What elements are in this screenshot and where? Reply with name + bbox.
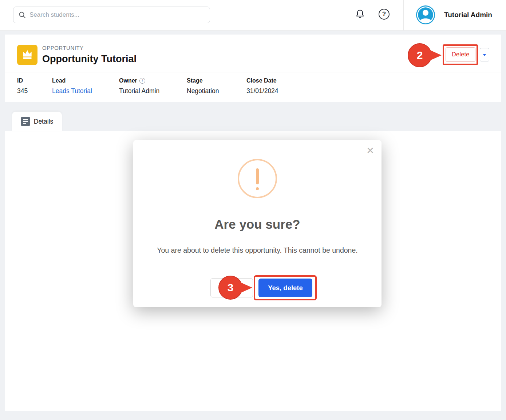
actions-dropdown-button[interactable]	[480, 48, 489, 61]
search-icon	[19, 11, 26, 19]
header-divider	[5, 72, 501, 72]
search-input[interactable]	[29, 11, 205, 19]
search-box[interactable]	[13, 7, 210, 23]
confirm-delete-button[interactable]: Yes, delete	[258, 279, 312, 297]
user-avatar[interactable]	[416, 5, 435, 24]
confirm-delete-modal: ✕ Are you sure? You are about to delete …	[133, 140, 382, 307]
field-close-date: Close Date 31/01/2024	[246, 77, 278, 95]
field-id-value: 345	[17, 87, 28, 95]
tab-details-label: Details	[34, 118, 54, 125]
help-icon[interactable]: ?	[379, 9, 390, 20]
modal-message: You are about to delete this opportunity…	[148, 245, 367, 256]
user-name: Tutorial Admin	[444, 11, 492, 19]
topbar-divider	[403, 0, 404, 31]
warning-icon	[238, 159, 277, 198]
field-close-date-value: 31/01/2024	[246, 87, 278, 95]
details-tab-icon	[21, 117, 30, 126]
modal-title: Are you sure?	[133, 217, 382, 232]
person-icon	[416, 5, 435, 24]
delete-button[interactable]: Delete	[446, 47, 475, 62]
field-owner-label: Owneri	[119, 77, 159, 84]
warning-exclamation-bar	[256, 168, 259, 184]
opportunity-header: OPPORTUNITY Opportunity Tutorial ID 345 …	[5, 35, 501, 102]
entity-type-label: OPPORTUNITY	[42, 45, 84, 51]
lead-link[interactable]: Leads Tutorial	[52, 87, 92, 95]
chevron-down-icon	[483, 54, 486, 56]
field-stage-label: Stage	[187, 77, 219, 84]
field-stage-value: Negotiation	[187, 87, 219, 95]
cancel-button[interactable]	[210, 278, 253, 297]
page-title: Opportunity Tutorial	[42, 53, 137, 65]
tab-details[interactable]: Details	[12, 112, 62, 131]
topbar: ? Tutorial Admin	[0, 0, 506, 31]
field-id: ID 345	[17, 77, 28, 95]
field-stage: Stage Negotiation	[187, 77, 219, 95]
opportunity-crown-icon	[17, 45, 37, 65]
screen: ? Tutorial Admin OPPORTUNITY Opportunity…	[0, 0, 506, 420]
field-lead: Lead Leads Tutorial	[52, 77, 92, 95]
info-icon[interactable]: i	[139, 78, 145, 84]
field-owner-value: Tutorial Admin	[119, 87, 159, 95]
close-icon[interactable]: ✕	[366, 146, 374, 155]
field-owner: Owneri Tutorial Admin	[119, 77, 159, 95]
warning-exclamation-dot	[256, 187, 259, 190]
field-lead-label: Lead	[52, 77, 92, 84]
notifications-bell-icon[interactable]	[355, 9, 365, 20]
field-close-date-label: Close Date	[246, 77, 278, 84]
field-id-label: ID	[17, 77, 28, 84]
